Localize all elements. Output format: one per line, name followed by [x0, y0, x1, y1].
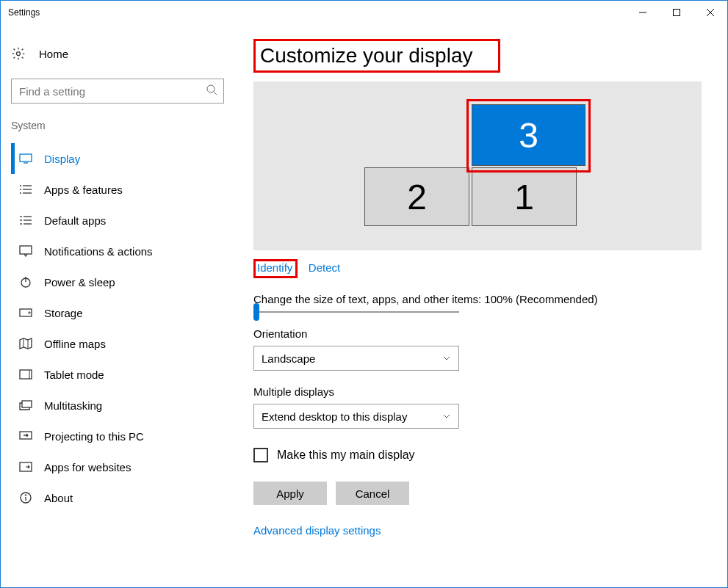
sidebar-item-label: Apps & features	[44, 184, 123, 196]
close-button[interactable]	[693, 1, 727, 24]
projecting-icon	[18, 431, 34, 441]
multi-displays-select[interactable]: Extend desktop to this display	[253, 404, 459, 429]
sidebar-item-power-sleep[interactable]: Power & sleep	[11, 266, 236, 297]
apps-websites-icon	[18, 462, 34, 472]
button-row: Apply Cancel	[253, 482, 705, 505]
sidebar-item-label: Apps for websites	[44, 461, 131, 473]
identify-highlight: Identify	[253, 259, 298, 278]
notifications-icon	[18, 245, 34, 257]
display-arrangement-area[interactable]: 2 1 3	[253, 81, 702, 250]
svg-line-6	[208, 86, 214, 92]
search-input[interactable]	[18, 84, 206, 98]
sidebar-item-display[interactable]: Display	[11, 143, 236, 174]
cancel-button[interactable]: Cancel	[336, 482, 409, 505]
sidebar-item-projecting[interactable]: Projecting to this PC	[11, 421, 236, 451]
checkbox[interactable]	[253, 448, 268, 462]
chevron-down-icon	[442, 352, 451, 365]
sidebar-item-label: Tablet mode	[44, 369, 104, 381]
svg-rect-26	[20, 309, 32, 316]
sidebar-item-label: About	[44, 492, 73, 504]
scale-label: Change the size of text, apps, and other…	[253, 293, 705, 305]
page-title: Customize your display	[260, 44, 472, 67]
tablet-icon	[18, 369, 34, 380]
sidebar: Home System Display Apps & features Defa…	[1, 24, 236, 587]
home-label: Home	[39, 48, 68, 60]
sidebar-item-default-apps[interactable]: Default apps	[11, 205, 236, 236]
svg-rect-9	[20, 154, 32, 161]
orientation-select[interactable]: Landscape	[253, 346, 459, 371]
sidebar-item-offline-maps[interactable]: Offline maps	[11, 328, 236, 359]
minimize-button[interactable]	[626, 1, 660, 24]
home-button[interactable]: Home	[11, 39, 236, 68]
sidebar-item-apps-features[interactable]: Apps & features	[11, 174, 236, 205]
orientation-label: Orientation	[253, 327, 705, 340]
svg-rect-32	[22, 401, 32, 407]
svg-point-37	[25, 495, 26, 496]
detect-link[interactable]: Detect	[309, 261, 340, 274]
monitor-2[interactable]: 2	[364, 167, 469, 226]
maximize-button[interactable]	[660, 1, 693, 24]
scale-slider[interactable]	[253, 311, 459, 313]
svg-point-27	[29, 312, 30, 313]
default-apps-icon	[18, 215, 34, 225]
multitasking-icon	[18, 400, 34, 410]
sidebar-item-notifications[interactable]: Notifications & actions	[11, 236, 236, 266]
window-buttons	[626, 1, 727, 24]
category-label: System	[11, 120, 236, 131]
svg-line-8	[214, 92, 217, 95]
svg-rect-30	[20, 370, 32, 379]
sidebar-item-multitasking[interactable]: Multitasking	[11, 390, 236, 421]
sidebar-item-label: Projecting to this PC	[44, 430, 144, 443]
svg-rect-1	[674, 10, 680, 16]
map-icon	[18, 338, 34, 349]
sidebar-item-label: Offline maps	[44, 338, 106, 350]
svg-rect-23	[20, 246, 32, 254]
search-icon	[206, 84, 217, 98]
monitor-1[interactable]: 1	[472, 167, 577, 226]
monitor-3-highlight	[466, 99, 591, 173]
storage-icon	[18, 308, 34, 317]
main-display-checkbox-row[interactable]: Make this my main display	[253, 448, 705, 462]
slider-thumb[interactable]	[253, 303, 259, 321]
sidebar-item-about[interactable]: About	[11, 482, 236, 513]
sidebar-item-apps-websites[interactable]: Apps for websites	[11, 451, 236, 482]
chevron-down-icon	[442, 410, 451, 423]
sidebar-item-label: Multitasking	[44, 399, 102, 412]
main-panel: Customize your display 2 1 3 Identify De…	[236, 24, 727, 587]
sidebar-item-label: Notifications & actions	[44, 245, 153, 258]
multi-displays-label: Multiple displays	[253, 385, 705, 398]
identify-link[interactable]: Identify	[257, 261, 292, 274]
svg-point-4	[17, 52, 21, 56]
search-box[interactable]	[11, 79, 224, 104]
orientation-value: Landscape	[262, 352, 315, 365]
advanced-display-settings-link[interactable]: Advanced display settings	[253, 524, 705, 537]
apply-button[interactable]: Apply	[253, 482, 327, 505]
window-title: Settings	[1, 7, 40, 18]
display-icon	[18, 153, 34, 164]
sidebar-item-label: Storage	[44, 307, 83, 319]
gear-icon	[11, 46, 26, 61]
info-icon	[18, 492, 34, 504]
list-icon	[18, 184, 34, 195]
titlebar: Settings	[1, 1, 727, 24]
page-title-highlight: Customize your display	[253, 39, 500, 73]
sidebar-item-storage[interactable]: Storage	[11, 297, 236, 328]
sidebar-item-label: Display	[44, 153, 80, 165]
sidebar-item-label: Power & sleep	[44, 276, 115, 288]
main-display-checkbox-label: Make this my main display	[277, 449, 415, 462]
power-icon	[18, 276, 34, 288]
multi-displays-value: Extend desktop to this display	[262, 410, 407, 423]
sidebar-item-label: Default apps	[44, 214, 106, 227]
display-links: Identify Detect	[253, 259, 705, 278]
sidebar-item-tablet-mode[interactable]: Tablet mode	[11, 359, 236, 390]
